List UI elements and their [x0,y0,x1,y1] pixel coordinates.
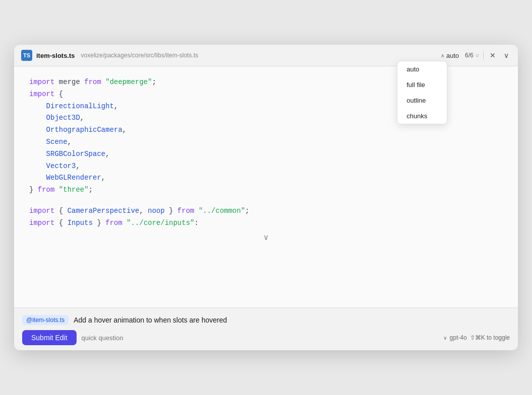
code-token-plain [194,207,198,215]
code-token-plain [29,150,46,158]
code-token-punct: , [122,126,126,134]
code-token-punct: , [68,138,72,146]
code-token-punct: , [139,207,143,215]
code-token-punct: , [76,162,80,170]
code-token-id: noop [148,207,165,215]
quick-question-button[interactable]: quick question [82,334,123,342]
match-count: 6/6 ○ [465,52,479,59]
model-label: gpt-4o [450,334,467,341]
code-token-id: WebGLRenderer [46,174,101,182]
expand-code-button[interactable]: ∨ [29,229,503,249]
action-row: Submit Edit quick question ∨ gpt-4o ⇧⌘K … [22,330,510,345]
code-token-punct: , [80,114,84,122]
code-token-id: Inputs [68,219,93,227]
code-token-plain [63,219,67,227]
code-token-str: "../common" [198,207,245,215]
code-token-plain [101,78,105,86]
code-token-plain [29,126,46,134]
code-token-kw: import [29,219,54,227]
code-token-id: Scene [46,138,68,146]
code-token-punct: ; [152,78,156,86]
code-token-plain [54,90,58,98]
code-token-kw: from [177,207,194,215]
divider [483,51,484,59]
dropdown-item-chunks[interactable]: chunks [397,108,447,124]
auto-label: auto [446,52,459,59]
code-token-id: CameraPerspective [68,207,140,215]
code-token-plain [29,102,46,110]
auto-dropdown-button[interactable]: ∧ auto [439,51,461,60]
prompt-text: Add a hover animation to when slots are … [74,316,227,324]
file-name: item-slots.ts [36,52,75,59]
code-token-punct: { [59,219,63,227]
dropdown-item-outline[interactable]: outline [397,93,447,108]
code-token-plain [63,207,67,215]
code-line: SRGBColorSpace, [29,148,503,161]
code-token-id: OrthographicCamera [46,126,122,134]
title-bar-controls: ∧ auto 6/6 ○ ✕ ∨ [439,50,511,60]
code-token-plain: merge [54,78,84,86]
code-token-plain [54,219,58,227]
code-token-punct: { [59,207,63,215]
code-token-punct: } [169,207,173,215]
code-blank-line [29,196,503,205]
code-token-kw: from [84,78,101,86]
submit-edit-button[interactable]: Submit Edit [22,330,77,345]
code-token-punct: ; [89,186,93,194]
code-token-plain [54,207,58,215]
code-line: Vector3, [29,161,503,173]
code-line: import { Inputs } from "../core/inputs": [29,217,503,229]
code-token-kw: import [29,207,54,215]
ts-badge: TS [21,50,32,61]
close-button[interactable]: ✕ [488,50,498,60]
title-bar: TS item-slots.ts voxelize/packages/core/… [14,45,518,66]
main-window: TS item-slots.ts voxelize/packages/core/… [14,45,518,350]
dropdown-menu: auto full file outline chunks [397,61,447,124]
code-token-plain [29,114,46,122]
code-token-punct: } [97,219,101,227]
code-token-id: SRGBColorSpace [46,150,106,158]
nav-down-button[interactable]: ∨ [502,50,511,60]
code-token-kw: from [38,186,55,194]
code-token-punct: , [105,150,109,158]
code-token-kw: from [105,219,122,227]
code-token-id: Object3D [46,114,80,122]
file-path: voxelize/packages/core/src/libs/item-slo… [81,52,198,59]
code-token-punct: : [194,219,198,227]
code-token-plain [29,138,46,146]
code-token-str: "deepmerge" [105,78,152,86]
code-token-punct: , [101,174,105,182]
code-token-punct: ; [245,207,249,215]
prompt-row: @item-slots.ts Add a hover animation to … [22,315,510,325]
file-tag: @item-slots.ts [22,315,69,325]
code-token-plain [29,174,46,182]
model-info: ∨ gpt-4o ⇧⌘K to toggle [443,334,510,341]
shortcut-label: ⇧⌘K to toggle [470,334,510,341]
dropdown-item-auto[interactable]: auto [397,61,447,77]
code-token-plain [173,207,177,215]
code-token-kw: import [29,90,54,98]
check-icon: ○ [476,52,479,59]
code-line: OrthographicCamera, [29,124,503,136]
code-token-punct: { [59,90,63,98]
code-token-plain [29,162,46,170]
code-token-plain [33,186,37,194]
chevron-up-icon: ∧ [441,53,444,58]
code-token-punct: , [114,102,118,110]
code-line: } from "three"; [29,184,503,196]
code-line: import { CameraPerspective, noop } from … [29,205,503,217]
code-line: WebGLRenderer, [29,172,503,184]
chevron-down-icon: ∨ [443,335,447,341]
code-token-str: "../core/inputs" [126,219,194,227]
code-token-str: "three" [59,186,89,194]
code-token-id: Vector3 [46,162,76,170]
code-token-kw: import [29,78,54,86]
code-line: Scene, [29,136,503,148]
dropdown-item-full-file[interactable]: full file [397,77,447,93]
bottom-bar: @item-slots.ts Add a hover animation to … [14,308,518,350]
code-token-plain [54,186,58,194]
code-token-id: DirectionalLight [46,102,114,110]
